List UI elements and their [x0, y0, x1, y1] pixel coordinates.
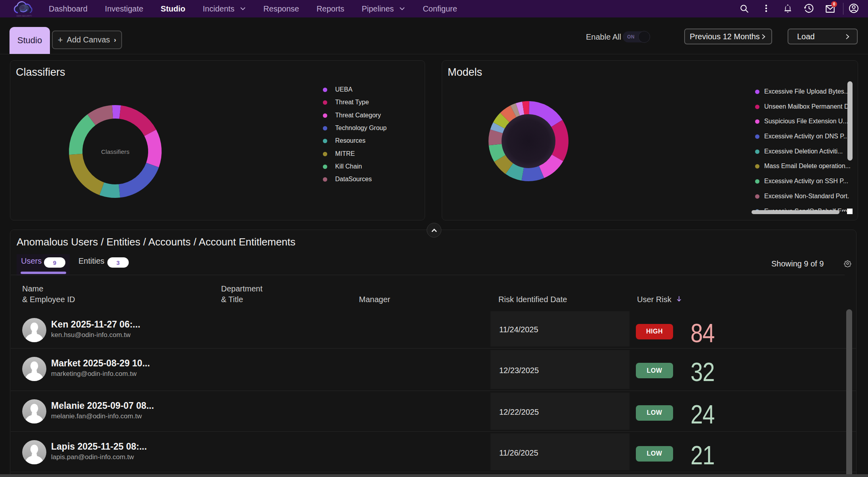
- svg-text:ODIN SECURITY: ODIN SECURITY: [16, 15, 32, 17]
